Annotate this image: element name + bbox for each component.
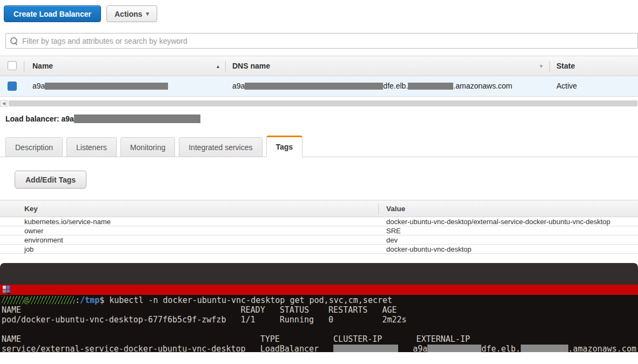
- redaction-block: [408, 83, 453, 90]
- lb-dns-cell: a9adfe.elb..amazonaws.com: [232, 82, 512, 90]
- tab-monitoring[interactable]: Monitoring: [120, 137, 175, 157]
- terminal-title-bar[interactable]: [0, 263, 638, 285]
- redacted-host: [29, 296, 75, 304]
- redaction-block: [521, 345, 568, 352]
- column-separator: [378, 204, 379, 214]
- terminal-svc-row: service/external-service-docker-ubuntu-v…: [2, 344, 638, 352]
- column-header-dns[interactable]: DNS name: [232, 62, 270, 70]
- detail-label: Load balancer:: [5, 114, 59, 123]
- create-load-balancer-button[interactable]: Create Load Balancer: [4, 5, 101, 22]
- load-balancer-table: Name ▲ DNS name ▾ State a9a a9adfe.elb..…: [0, 56, 638, 97]
- search-icon: [10, 37, 18, 45]
- tag-row: environment dev: [0, 235, 638, 245]
- tab-listeners[interactable]: Listeners: [66, 137, 117, 157]
- page: Create Load Balancer Actions ▾ Name ▲ DN…: [0, 0, 638, 364]
- load-balancer-table-header: Name ▲ DNS name ▾ State: [0, 56, 638, 76]
- terminal-menu-icon[interactable]: [3, 286, 10, 294]
- redaction-block: [74, 114, 200, 123]
- column-header-state[interactable]: State: [556, 62, 575, 70]
- filter-bar[interactable]: [5, 33, 638, 49]
- tags-table: Key Value kubernetes.io/service-name doc…: [0, 200, 638, 254]
- column-header-value: Value: [386, 205, 405, 213]
- row-checkbox-checked[interactable]: [8, 82, 17, 91]
- terminal-svc-header: NAME TYPE CLUSTER-IP EXTERNAL-IP: [2, 334, 638, 344]
- horizontal-scrollbar[interactable]: ◀: [0, 100, 638, 107]
- tab-integrated-services[interactable]: Integrated services: [179, 137, 262, 157]
- column-separator: [24, 61, 24, 72]
- column-separator: [225, 61, 226, 72]
- redaction-block: [245, 83, 383, 90]
- terminal-blank-line: [2, 325, 638, 334]
- tags-table-header: Key Value: [0, 200, 638, 217]
- lb-name-cell: a9a: [32, 82, 168, 90]
- scroll-left-icon[interactable]: ◀: [0, 100, 8, 107]
- terminal-pod-header: NAME READY STATUS RESTARTS AGE: [2, 305, 638, 315]
- tab-description[interactable]: Description: [5, 137, 63, 157]
- redaction-block: [45, 83, 168, 90]
- select-all-checkbox[interactable]: [8, 61, 17, 70]
- column-header-name[interactable]: Name: [32, 62, 53, 70]
- sort-asc-icon[interactable]: ▲: [216, 64, 220, 69]
- redaction-block: [427, 345, 481, 352]
- redacted-user: [2, 296, 24, 304]
- load-balancer-row[interactable]: a9a a9adfe.elb..amazonaws.com Active: [0, 76, 638, 97]
- redaction-block: [333, 345, 398, 352]
- scrollbar-thumb[interactable]: [9, 100, 637, 106]
- terminal-prompt-line: @:/tmp$ kubectl -n docker-ubuntu-vnc-des…: [2, 295, 638, 305]
- sort-dropdown-icon[interactable]: ▾: [540, 63, 543, 70]
- tab-tags[interactable]: Tags: [266, 136, 303, 157]
- lb-state-cell: Active: [556, 82, 577, 90]
- terminal-screen[interactable]: @:/tmp$ kubectl -n docker-ubuntu-vnc-des…: [0, 295, 638, 352]
- terminal-menu-bar: [0, 285, 638, 295]
- actions-button[interactable]: Actions ▾: [106, 5, 157, 22]
- load-balancer-detail-heading: Load balancer: a9a: [5, 114, 200, 123]
- chevron-down-icon: ▾: [146, 11, 149, 17]
- add-edit-tags-button[interactable]: Add/Edit Tags: [15, 171, 86, 188]
- column-header-key: Key: [24, 205, 38, 213]
- tag-row: kubernetes.io/service-name docker-ubuntu…: [0, 217, 638, 226]
- tag-row: owner SRE: [0, 226, 638, 235]
- tag-row: job docker-ubuntu-vnc-desktop: [0, 245, 638, 254]
- column-separator: [549, 61, 550, 72]
- actions-button-label: Actions: [115, 10, 142, 18]
- detail-tabs: Description Listeners Monitoring Integra…: [0, 135, 638, 157]
- terminal-window: @:/tmp$ kubectl -n docker-ubuntu-vnc-des…: [0, 263, 638, 352]
- filter-input[interactable]: [22, 37, 637, 45]
- terminal-pod-row: pod/docker-ubuntu-vnc-desktop-677f6b5c9f…: [2, 315, 638, 325]
